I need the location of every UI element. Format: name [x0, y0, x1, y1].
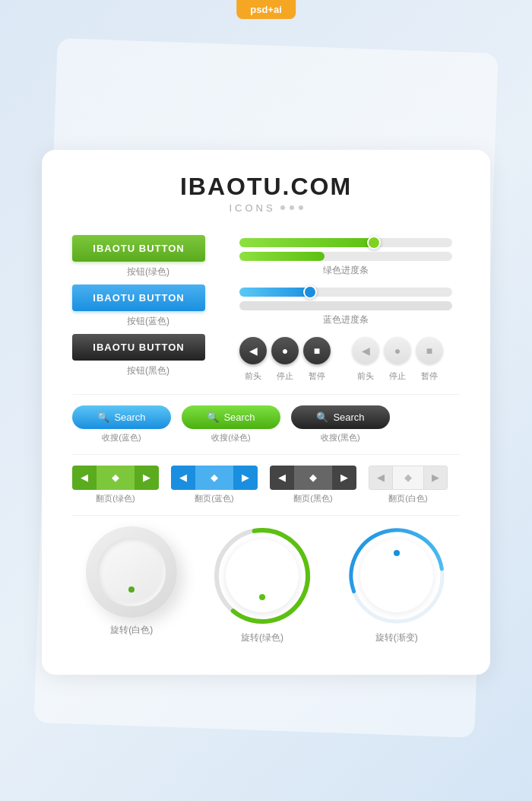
knob-green-dot — [259, 594, 265, 600]
ctrl-light-label-1: 前头 — [352, 370, 379, 382]
progress-green-thumb[interactable] — [367, 236, 381, 250]
knob-grad-label: 旋转(渐变) — [375, 631, 418, 644]
progress-blue-bg2 — [239, 301, 452, 310]
blue-button-caption: 按钮(蓝色) — [72, 315, 224, 328]
dot-3 — [299, 205, 303, 210]
page-green-caption: 翻页(绿色) — [96, 493, 135, 504]
ctrl-dark-label-1: 前头 — [239, 370, 267, 382]
search-row: 🔍 Search 收搜(蓝色) 🔍 Search 收搜(绿色) 🔍 Search… — [72, 405, 460, 443]
page-black-next[interactable]: ▶ — [332, 466, 356, 490]
dot-1 — [280, 205, 285, 210]
progress-green-wrap: 绿色进度条 — [239, 238, 460, 277]
ctrl-light-group: ◀ ● ■ 前头 停止 暂停 — [352, 337, 443, 382]
knob-white-label: 旋转(白色) — [110, 624, 153, 637]
knob-grad[interactable] — [347, 526, 446, 625]
ctrl-dark-label-2: 停止 — [271, 370, 299, 382]
page-blue-next[interactable]: ▶ — [233, 466, 258, 490]
ctrl-light-label-3: 暂停 — [416, 370, 443, 382]
knob-green-label: 旋转(绿色) — [241, 631, 283, 644]
search-green-button[interactable]: 🔍 Search — [182, 405, 280, 429]
search-green-wrap: 🔍 Search 收搜(绿色) — [182, 405, 280, 443]
progress-green-bg — [239, 238, 452, 247]
ctrl-light-stop[interactable]: ● — [384, 337, 411, 364]
knob-green-inner — [226, 539, 299, 612]
divider-1 — [72, 394, 460, 395]
site-title: IBAOTU.COM — [72, 173, 460, 201]
ctrl-dark-label-3: 暂停 — [303, 370, 331, 382]
ctrl-light-buttons: ◀ ● ■ — [352, 337, 443, 364]
green-button[interactable]: IBAOTU BUTTON — [72, 235, 205, 262]
page-white-caption: 翻页(白色) — [388, 493, 427, 504]
ctrl-dark-buttons: ◀ ● ■ — [239, 337, 331, 364]
search-blue-label: Search — [114, 412, 145, 423]
search-blue-icon: 🔍 — [97, 412, 109, 423]
ctrl-dark-labels: 前头 停止 暂停 — [239, 370, 331, 382]
ctrl-light-labels: 前头 停止 暂停 — [352, 370, 443, 382]
progress-blue-thumb[interactable] — [303, 285, 317, 299]
btn-blue-wrap: IBAOTU BUTTON 按钮(蓝色) — [72, 284, 224, 328]
knob-white[interactable] — [86, 526, 177, 618]
divider-3 — [72, 515, 460, 516]
blue-button[interactable]: IBAOTU BUTTON — [72, 284, 205, 311]
col-progress: 绿色进度条 蓝色进度条 ◀ ● — [239, 235, 460, 383]
search-green-caption: 收搜(绿色) — [211, 432, 250, 443]
black-button[interactable]: IBAOTU BUTTON — [72, 334, 205, 361]
btn-black-wrap: IBAOTU BUTTON 按钮(黑色) — [72, 334, 224, 377]
page-white-next[interactable]: ▶ — [423, 466, 448, 490]
search-black-button[interactable]: 🔍 Search — [291, 405, 390, 429]
format-badge: psd+ai — [236, 0, 296, 19]
page-black-ctrl: ◀ ◆ ▶ — [270, 466, 356, 490]
page-green-mid[interactable]: ◆ — [97, 466, 135, 490]
knob-grad-dot — [394, 550, 400, 556]
divider-2 — [72, 454, 460, 455]
search-black-caption: 收搜(黑色) — [321, 432, 359, 443]
page-green-next[interactable]: ▶ — [135, 466, 159, 490]
page-white-ctrl: ◀ ◆ ▶ — [369, 466, 448, 490]
site-subtitle: ICONS — [72, 202, 460, 214]
knob-white-dot — [128, 586, 135, 593]
search-black-icon: 🔍 — [316, 412, 328, 423]
ctrl-light-label-2: 停止 — [384, 370, 411, 382]
search-blue-caption: 收搜(蓝色) — [102, 432, 141, 443]
progress-green-bg2 — [239, 252, 452, 261]
col-buttons: IBAOTU BUTTON 按钮(绿色) IBAOTU BUTTON 按钮(蓝色… — [72, 235, 224, 383]
controls-row: ◀ ● ■ 前头 停止 暂停 ◀ ● ■ — [239, 337, 460, 382]
progress-blue-label: 蓝色进度条 — [239, 313, 452, 326]
page-blue-caption: 翻页(蓝色) — [195, 493, 233, 504]
btn-green-wrap: IBAOTU BUTTON 按钮(绿色) — [72, 235, 224, 278]
page-white-prev[interactable]: ◀ — [369, 466, 393, 490]
knobs-row: 旋转(白色) 旋转(绿色) — [72, 526, 460, 644]
page-blue-mid[interactable]: ◆ — [195, 466, 233, 490]
page-black-mid[interactable]: ◆ — [294, 466, 332, 490]
progress-green-label: 绿色进度条 — [239, 264, 452, 277]
page-white-wrap: ◀ ◆ ▶ 翻页(白色) — [369, 466, 448, 504]
black-button-caption: 按钮(黑色) — [72, 364, 224, 377]
page-black-prev[interactable]: ◀ — [270, 466, 294, 490]
search-blue-button[interactable]: 🔍 Search — [72, 405, 171, 429]
knob-green[interactable] — [213, 526, 312, 625]
search-green-label: Search — [223, 412, 255, 423]
search-green-icon: 🔍 — [207, 412, 219, 423]
knob-grad-wrap: 旋转(渐变) — [347, 526, 446, 644]
page-white-mid[interactable]: ◆ — [393, 466, 423, 490]
progress-blue-wrap: 蓝色进度条 — [239, 288, 460, 326]
progress-green-fill2 — [239, 252, 325, 261]
row-buttons-progress: IBAOTU BUTTON 按钮(绿色) IBAOTU BUTTON 按钮(蓝色… — [72, 235, 460, 383]
page-green-prev[interactable]: ◀ — [72, 466, 97, 490]
knob-white-inner — [97, 538, 166, 606]
page-black-caption: 翻页(黑色) — [293, 493, 332, 504]
page-blue-prev[interactable]: ◀ — [171, 466, 195, 490]
ctrl-dark-prev[interactable]: ◀ — [239, 337, 267, 364]
ctrl-dark-group: ◀ ● ■ 前头 停止 暂停 — [239, 337, 331, 382]
ctrl-dark-stop[interactable]: ● — [271, 337, 299, 364]
progress-green-fill — [239, 238, 378, 247]
ctrl-light-pause[interactable]: ■ — [416, 337, 443, 364]
page-blue-wrap: ◀ ◆ ▶ 翻页(蓝色) — [171, 466, 258, 504]
progress-blue-fill — [239, 288, 314, 297]
ctrl-light-prev[interactable]: ◀ — [352, 337, 379, 364]
knob-grad-inner — [360, 539, 433, 612]
ctrl-dark-pause[interactable]: ■ — [303, 337, 331, 364]
dot-2 — [290, 205, 294, 210]
knob-green-wrap: 旋转(绿色) — [213, 526, 312, 644]
search-black-label: Search — [333, 412, 364, 423]
